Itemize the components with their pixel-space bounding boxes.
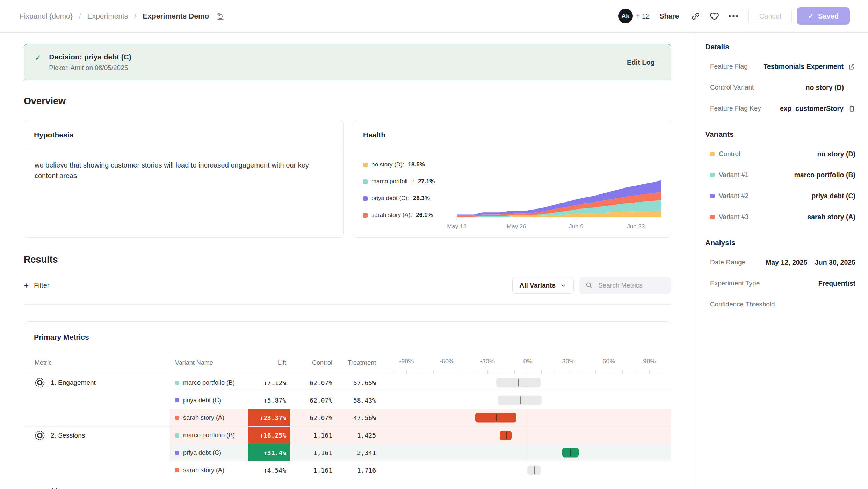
check-icon: ✓	[808, 12, 813, 20]
top-bar: Fixpanel {demo} / Experiments / Experime…	[0, 0, 868, 33]
metric-cell	[24, 409, 170, 426]
treatment-value: 58.43%	[353, 397, 376, 404]
lift-value: ↓16.25%	[260, 432, 286, 439]
variant-value: marco portfolio (B)	[794, 171, 856, 179]
add-metric-button[interactable]: + Add	[24, 479, 671, 489]
goal-icon	[35, 430, 45, 441]
add-filter-button[interactable]: + Filter	[24, 281, 49, 290]
axis-tick-mark	[569, 370, 569, 374]
results-heading: Results	[24, 254, 671, 265]
more-options-icon[interactable]: •••	[729, 12, 739, 20]
axis-tick-mark	[514, 370, 515, 374]
metric-name: 2. Sessions	[51, 432, 85, 439]
axis-tick-mark	[649, 370, 650, 374]
add-metric-label: Add	[45, 487, 57, 489]
variants-dropdown[interactable]: All Variants	[512, 277, 574, 294]
legend-item: marco portfoli...: 27.1%	[363, 178, 455, 185]
details-sidebar: Details Feature Flag Testimonials Experi…	[694, 33, 868, 489]
axis-tick-mark	[501, 370, 501, 374]
health-card: Health no story (D): 18.5% marco portfol…	[353, 120, 671, 238]
variant-swatch	[175, 416, 179, 420]
variant-swatch	[175, 451, 179, 455]
control-value: 1,161	[313, 467, 332, 474]
axis-tick-mark	[582, 370, 582, 374]
chevron-down-icon	[560, 282, 566, 289]
clipboard-icon[interactable]	[848, 105, 855, 112]
legend-label: priya debt (C):	[371, 195, 409, 202]
cancel-button[interactable]: Cancel	[748, 8, 792, 24]
avatar[interactable]: Ak	[618, 9, 633, 23]
treatment-value: 57.65%	[353, 379, 376, 387]
health-legend: no story (D): 18.5% marco portfoli...: 2…	[363, 152, 455, 235]
health-axis-tick-label: May 26	[507, 223, 526, 230]
collaborators[interactable]: Ak + 12	[618, 9, 650, 23]
metric-row[interactable]: sarah story (A)↓23.37%62.07%47.56%	[24, 409, 671, 426]
variants-heading: Variants	[705, 130, 855, 139]
decision-check-icon: ✓	[35, 53, 41, 63]
variant-label: Variant #1	[710, 171, 748, 179]
axis-tick-mark	[663, 370, 663, 374]
treatment-value-cell: 47.56%	[336, 409, 379, 426]
feature-flag-link[interactable]: Testimonials Experiment	[764, 63, 855, 71]
lift-marker	[506, 432, 507, 439]
breadcrumb-separator: /	[134, 12, 136, 20]
control-value-cell: 62.07%	[290, 409, 336, 426]
control-value-cell: 62.07%	[290, 391, 336, 409]
experiment-report-page: Fixpanel {demo} / Experiments / Experime…	[0, 0, 868, 489]
saved-button[interactable]: ✓ Saved	[797, 7, 850, 25]
axis-tick-mark	[541, 370, 542, 374]
primary-metrics-title: Primary Metrics	[24, 322, 671, 352]
axis-tick-mark	[420, 370, 420, 374]
breadcrumb-experiments[interactable]: Experiments	[87, 12, 128, 20]
detail-label: Feature Flag Key	[710, 105, 761, 112]
hypothesis-title: Hypothesis	[24, 120, 343, 149]
variant-value: priya debt (C)	[811, 192, 855, 200]
lift-marker	[518, 379, 519, 387]
detail-value: no story (D)	[806, 84, 855, 92]
axis-tick-mark	[622, 370, 623, 374]
lift-value-cell: ↓5.87%	[248, 391, 290, 409]
metric-name: 1. Engagement	[51, 379, 96, 387]
metric-row[interactable]: priya debt (C)↑31.4%1,1612,341	[24, 444, 671, 461]
metric-row[interactable]: priya debt (C)↓5.87%62.07%58.43%	[24, 391, 671, 409]
plus-icon: +	[24, 281, 29, 290]
breadcrumb-project[interactable]: Fixpanel {demo}	[20, 12, 73, 20]
edit-log-button[interactable]: Edit Log	[625, 58, 657, 67]
column-header-control: Control	[290, 352, 336, 374]
control-value: 62.07%	[310, 379, 332, 387]
variant-cell: sarah story (A)	[170, 409, 248, 426]
metric-row[interactable]: 2. Sessionsmarco portfolio (B)↓16.25%1,1…	[24, 426, 671, 444]
treatment-value: 1,716	[357, 467, 376, 474]
control-value: 1,161	[313, 432, 332, 439]
lift-value: ↓5.87%	[263, 397, 286, 404]
decision-title: Decision: priya debt (C)	[49, 53, 131, 61]
axis-tick-mark	[447, 370, 447, 374]
variant-swatch	[710, 215, 715, 219]
search-metrics-box	[579, 277, 671, 294]
axis-tick-mark	[461, 370, 461, 374]
zero-baseline	[528, 409, 528, 427]
metric-row-data: priya debt (C)↓5.87%62.07%58.43%	[170, 391, 671, 409]
overview-cards: Hypothesis we believe that showing custo…	[24, 120, 671, 238]
metric-row[interactable]: 1. Engagementmarco portfolio (B)↓7.12%62…	[24, 374, 671, 391]
legend-value: 27.1%	[418, 178, 435, 185]
external-link-icon[interactable]	[848, 63, 855, 70]
legend-label: no story (D):	[371, 161, 404, 168]
legend-item: no story (D): 18.5%	[363, 161, 455, 168]
lift-value: ↑4.54%	[263, 467, 286, 474]
column-header-variant: Variant Name	[170, 352, 248, 374]
axis-tick-mark	[609, 370, 609, 374]
topbar-actions: Ak + 12 Share ••• Cancel ✓ Saved	[618, 7, 850, 25]
axis-tick-label: -30%	[480, 358, 495, 365]
metric-row[interactable]: sarah story (A)↑4.54%1,1611,716	[24, 461, 671, 479]
health-axis-tick-label: May 12	[447, 223, 466, 230]
variants-section: Variants Control no story (D) Variant #1…	[705, 130, 855, 221]
analysis-label: Experiment Type	[710, 279, 760, 287]
search-metrics-input[interactable]	[598, 281, 664, 290]
copy-link-icon[interactable]	[691, 12, 700, 21]
axis-tick-mark	[555, 370, 555, 374]
health-title: Health	[353, 120, 671, 149]
favorite-heart-icon[interactable]	[709, 11, 719, 21]
share-button[interactable]: Share	[657, 12, 681, 21]
control-value: 1,161	[313, 449, 332, 456]
